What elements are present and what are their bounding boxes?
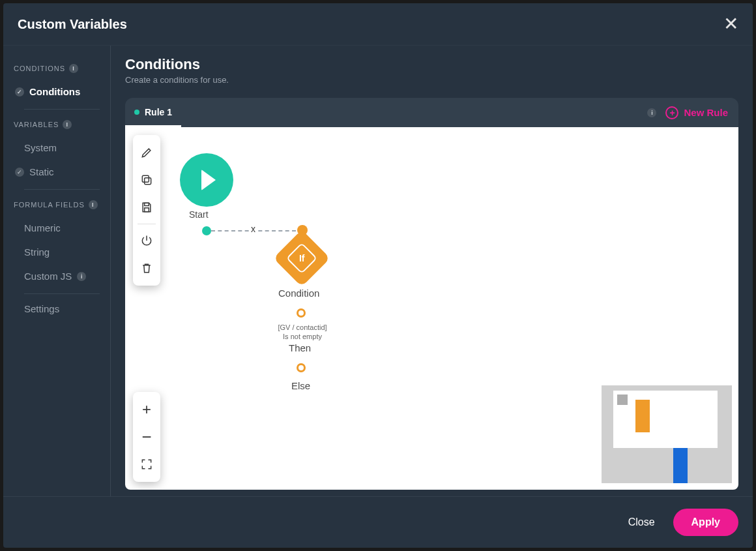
power-tool[interactable] [133, 227, 160, 254]
tabs-left: Rule 1 [125, 98, 181, 127]
modal-close-button[interactable]: ✕ [723, 15, 738, 33]
sidebar-item-label: Custom JS [24, 271, 72, 282]
tab-rule-1[interactable]: Rule 1 [125, 98, 181, 127]
flow-canvas[interactable]: + − Start x [125, 127, 738, 490]
copy-tool[interactable] [133, 166, 160, 194]
minimap-rect [635, 400, 650, 432]
active-dot-icon [134, 110, 139, 115]
apply-button[interactable]: Apply [673, 509, 738, 536]
zoom-in-button[interactable]: + [133, 396, 160, 423]
condition-node-label: Condition [278, 288, 319, 299]
zoom-out-button[interactable]: − [133, 423, 160, 451]
close-button[interactable]: Close [623, 510, 660, 535]
page-subtitle: Create a conditions for use. [125, 75, 738, 85]
check-icon: ✓ [15, 87, 24, 97]
info-icon: i [77, 272, 86, 281]
sidebar-item-string[interactable]: String [14, 240, 110, 264]
main-panel: Conditions Create a conditions for use. … [111, 46, 753, 496]
sidebar-section-conditions: CONDITIONS i [14, 64, 110, 73]
new-rule-label: New Rule [684, 107, 728, 118]
info-icon[interactable]: i [63, 120, 72, 129]
svg-rect-2 [145, 203, 149, 205]
svg-rect-0 [145, 178, 151, 185]
section-label: CONDITIONS [14, 65, 65, 72]
start-node-label: Start [189, 209, 209, 220]
new-rule-button[interactable]: + New Rule [663, 102, 731, 123]
rule-tabs-bar: Rule 1 i + New Rule [125, 98, 738, 127]
svg-rect-1 [142, 175, 149, 182]
minimap-viewport [613, 391, 718, 448]
tab-label: Rule 1 [145, 107, 172, 117]
minus-icon: − [141, 428, 151, 445]
edge-delete-button[interactable]: x [249, 224, 257, 234]
power-icon [140, 234, 153, 247]
save-icon [140, 201, 153, 214]
then-label: Then [289, 342, 311, 353]
delete-tool[interactable] [133, 254, 160, 282]
trash-icon [140, 261, 153, 275]
sidebar-item-label: System [24, 142, 57, 153]
modal-body: CONDITIONS i ✓ Conditions VARIABLES i Sy… [3, 46, 753, 496]
fullscreen-icon [140, 458, 153, 471]
minimap-rect [617, 395, 628, 405]
svg-rect-3 [145, 208, 149, 212]
sidebar-item-label: Static [29, 166, 54, 177]
expr-line1: [GV / contactid] [255, 323, 349, 332]
condition-expression: [GV / contactid] Is not empty [255, 323, 349, 342]
condition-if-port[interactable] [297, 308, 306, 318]
condition-diamond-icon: If [286, 243, 317, 274]
minimap-rect [673, 448, 688, 483]
canvas-toolbar-zoom: + − [133, 392, 160, 482]
custom-variables-modal: Custom Variables ✕ CONDITIONS i ✓ Condit… [3, 3, 753, 548]
condition-node-text: If [299, 253, 305, 263]
info-icon[interactable]: i [89, 200, 98, 209]
sidebar-item-label: Settings [24, 303, 59, 314]
close-icon: ✕ [723, 14, 738, 34]
section-label: FORMULA FIELDS [14, 201, 85, 209]
sidebar-section-formula: FORMULA FIELDS i [14, 200, 110, 209]
page-title: Conditions [125, 56, 738, 73]
pencil-icon [140, 146, 153, 159]
sidebar-item-label: Numeric [24, 222, 61, 233]
section-label: VARIABLES [14, 121, 59, 128]
else-label: Else [291, 380, 310, 391]
modal-footer: Close Apply [3, 496, 753, 548]
sidebar-item-numeric[interactable]: Numeric [14, 216, 110, 240]
condition-node[interactable]: If [273, 230, 330, 287]
play-icon [201, 170, 216, 190]
expr-line2: Is not empty [255, 332, 349, 341]
tabs-right: i + New Rule [647, 102, 731, 123]
sidebar: CONDITIONS i ✓ Conditions VARIABLES i Sy… [3, 46, 111, 496]
sidebar-item-static[interactable]: ✓ Static [14, 160, 110, 184]
canvas-toolbar-top [133, 135, 160, 286]
sidebar-item-conditions[interactable]: ✓ Conditions [14, 80, 110, 104]
sidebar-item-system[interactable]: System [14, 136, 110, 160]
minimap[interactable] [602, 385, 732, 483]
sidebar-item-label: String [24, 246, 50, 258]
divider [24, 189, 100, 190]
sidebar-item-settings[interactable]: Settings [14, 297, 110, 321]
fit-view-button[interactable] [133, 451, 160, 478]
sidebar-item-label: Conditions [29, 86, 80, 97]
save-tool[interactable] [133, 194, 160, 221]
start-node[interactable] [180, 153, 233, 207]
divider [24, 293, 100, 294]
condition-else-port[interactable] [297, 363, 306, 372]
edit-tool[interactable] [133, 139, 160, 166]
copy-icon [140, 173, 153, 186]
start-output-port[interactable] [202, 226, 211, 235]
sidebar-item-customjs[interactable]: Custom JS i [14, 264, 110, 288]
sidebar-section-variables: VARIABLES i [14, 120, 110, 129]
plus-circle-icon: + [665, 106, 678, 119]
plus-icon: + [142, 402, 151, 417]
toolbar-divider [138, 224, 156, 224]
modal-title: Custom Variables [18, 17, 127, 32]
modal-header: Custom Variables ✕ [3, 3, 753, 46]
info-icon[interactable]: i [647, 108, 656, 117]
check-icon: ✓ [15, 168, 24, 177]
divider [24, 109, 100, 110]
info-icon[interactable]: i [69, 64, 78, 73]
